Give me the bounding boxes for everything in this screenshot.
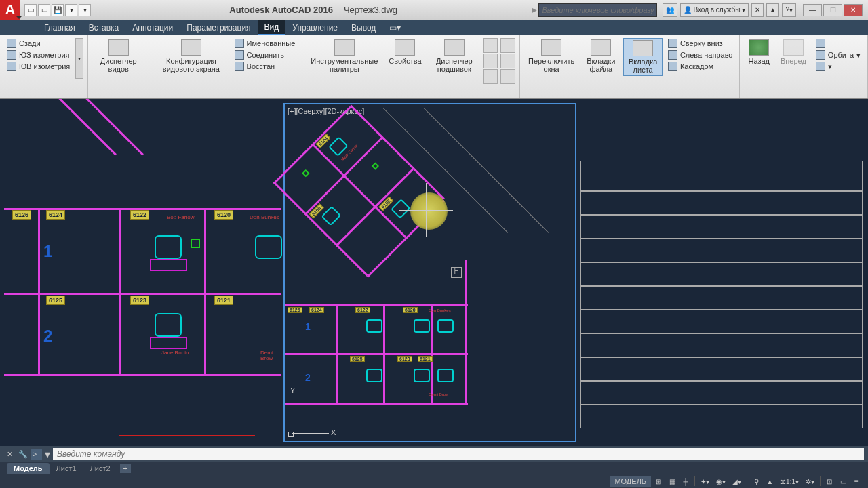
cursor-highlight <box>410 192 448 230</box>
command-input[interactable] <box>53 448 864 460</box>
search-input[interactable] <box>538 3 657 17</box>
tab-add-button[interactable]: + <box>120 464 131 473</box>
view-back[interactable]: Сзади <box>4 38 73 49</box>
orbit-button[interactable]: Орбита▾ <box>813 49 863 60</box>
workspace-icon[interactable]: ⊡ <box>823 476 835 487</box>
switch-icon <box>541 39 561 56</box>
join-button[interactable]: Соединить <box>232 49 298 60</box>
signin-label: Вход в службы <box>693 6 740 14</box>
app-menu-button[interactable]: A <box>0 0 20 20</box>
tab-layout2[interactable]: Лист2 <box>83 463 117 474</box>
snap-icon[interactable]: ▦ <box>666 476 678 487</box>
view-manager-icon <box>108 39 129 56</box>
osnap-icon[interactable]: ◢▾ <box>730 476 744 487</box>
switch-windows-button[interactable]: Переключить окна <box>524 38 578 75</box>
qat-new-icon[interactable]: ▭ <box>24 4 37 16</box>
forward-button[interactable]: Вперед <box>776 38 810 66</box>
grid-icon[interactable]: ⊞ <box>652 476 665 487</box>
exchange-icon[interactable]: 👥 <box>663 3 677 17</box>
palette-opt1[interactable] <box>483 38 498 53</box>
tag-6126: 6126 <box>12 210 31 220</box>
menu-featured[interactable]: ▭▾ <box>382 21 408 35</box>
cmd-close-icon[interactable]: ✕ <box>4 449 15 460</box>
anno2-icon[interactable]: ▲ <box>764 476 776 487</box>
ortho-icon[interactable]: ┼ <box>679 476 692 487</box>
orbit-icon <box>816 50 825 60</box>
menu-annotate[interactable]: Аннотации <box>125 21 180 35</box>
plant <box>191 239 200 248</box>
ssm-icon <box>444 39 465 56</box>
gear-icon[interactable]: ✲▾ <box>803 476 817 487</box>
views-dropdown[interactable]: ▾ <box>75 38 83 79</box>
close-button[interactable]: ✕ <box>844 4 863 16</box>
cmd-wrench-icon[interactable]: 🔧 <box>18 449 28 460</box>
x-icon[interactable]: ✕ <box>751 3 764 17</box>
tag-6123: 6123 <box>130 296 149 305</box>
minimize-button[interactable]: — <box>803 4 822 16</box>
palette-opt4[interactable] <box>500 38 515 53</box>
qat-plot-icon[interactable]: ▾ <box>65 4 77 16</box>
signin-button[interactable]: 👤Вход в службы▾ <box>680 3 748 17</box>
ssm-button[interactable]: Диспетчер подшивок <box>429 38 480 75</box>
tile-h-button[interactable]: Сверху вниз <box>665 38 736 49</box>
panel-view-manager: Диспетчер видов <box>88 35 149 98</box>
vp-config-button[interactable]: Конфигурация видового экрана <box>153 38 229 75</box>
view-sw-iso[interactable]: ЮЗ изометрия <box>4 49 73 60</box>
qat-open-icon[interactable]: ▭ <box>38 4 50 16</box>
file-tabs-button[interactable]: Вкладки файла <box>581 38 620 75</box>
menu-home[interactable]: Главная <box>37 21 82 35</box>
tile-v-button[interactable]: Слева направо <box>665 49 736 60</box>
panel-windows: Переключить окна Вкладки файла Вкладка л… <box>520 35 741 98</box>
viewport-mid[interactable]: [+][Сверху][2D-каркас] — ☐ ✕ 6104 6106 6… <box>283 103 576 442</box>
filetabs-icon <box>591 39 611 56</box>
customize-icon[interactable]: ≡ <box>850 476 863 487</box>
iso-icon[interactable]: ◉▾ <box>713 476 728 487</box>
menu-insert[interactable]: Вставка <box>82 21 126 35</box>
view-se-iso[interactable]: ЮВ изометрия <box>4 61 73 72</box>
desk <box>150 259 187 271</box>
palette-opt5[interactable] <box>500 54 515 68</box>
pan-button[interactable] <box>813 38 863 49</box>
viewport-right[interactable] <box>579 103 864 442</box>
menu-manage[interactable]: Управление <box>285 21 344 35</box>
tag-6125: 6125 <box>46 296 65 305</box>
chair <box>155 313 182 337</box>
polar-icon[interactable]: ✦▾ <box>698 476 712 487</box>
properties-button[interactable]: Свойства <box>384 38 425 66</box>
file-name: Чертеж3.dwg <box>344 5 397 15</box>
palette-opt2[interactable] <box>483 54 498 68</box>
tag-6104: 6104 <box>316 134 331 148</box>
tab-model[interactable]: Модель <box>7 463 50 474</box>
palette-opt6[interactable] <box>500 69 515 84</box>
status-model[interactable]: МОДЕЛЬ <box>610 476 651 487</box>
palette-opt3[interactable] <box>483 69 498 84</box>
menu-view[interactable]: Вид <box>258 20 286 35</box>
clean-icon[interactable]: ▭ <box>837 476 849 487</box>
extents-button[interactable]: ▾ <box>813 61 863 72</box>
back-button[interactable]: Назад <box>744 38 774 66</box>
a360-icon[interactable]: ▲ <box>766 3 780 17</box>
drawing-area[interactable]: 6126 6124 6122 6120 6125 6123 6121 Bob F… <box>0 99 868 446</box>
tab-layout1[interactable]: Лист1 <box>50 463 83 474</box>
viewport-left[interactable]: 6126 6124 6122 6120 6125 6123 6121 Bob F… <box>4 103 281 442</box>
named-button[interactable]: Именованные <box>232 38 298 49</box>
maximize-button[interactable]: ☐ <box>823 4 842 16</box>
anno-icon[interactable]: ⚲ <box>750 476 762 487</box>
menu-output[interactable]: Вывод <box>344 21 382 35</box>
view-manager-button[interactable]: Диспетчер видов <box>92 38 144 75</box>
layout-tabs: Модель Лист1 Лист2 + <box>0 462 868 474</box>
restore-button[interactable]: Восстан <box>232 61 298 72</box>
layout-tabs-button[interactable]: Вкладка листа <box>623 38 662 76</box>
fwd-icon <box>783 39 804 56</box>
tool-palettes-button[interactable]: Инструментальные палитры <box>307 38 382 75</box>
qat-save-icon[interactable]: 💾 <box>52 4 64 16</box>
scale-button[interactable]: ⚖ 1:1▾ <box>777 476 802 487</box>
panel-palettes: Инструментальные палитры Свойства Диспет… <box>302 35 520 98</box>
tile-h-icon <box>668 39 677 48</box>
qat-more-icon[interactable]: ▾ <box>79 4 91 16</box>
menu-parametric[interactable]: Параметризация <box>180 21 257 35</box>
search-wrap: ▶ <box>532 3 657 17</box>
cascade-button[interactable]: Каскадом <box>665 61 736 72</box>
help-icon[interactable]: ?▾ <box>782 3 796 17</box>
cascade-icon <box>668 62 677 71</box>
